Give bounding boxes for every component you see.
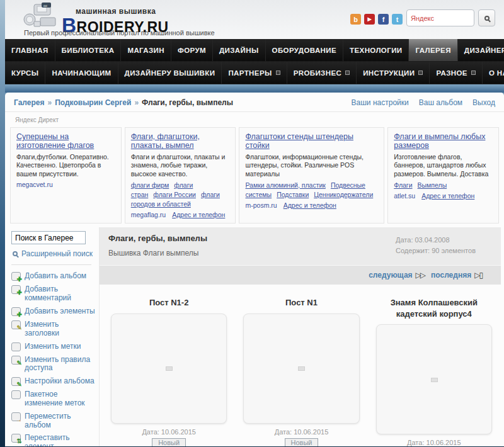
sidebar-edit-titles[interactable]: Изменить заголовки <box>11 320 95 338</box>
broken-image-icon <box>166 366 173 371</box>
nav-nachinayushchim[interactable]: НАЧИНАЮЩИМ <box>45 62 118 84</box>
ad-block: Флаги, флагштоки, плакаты, вымпел Флаги … <box>125 127 236 224</box>
svg-text:cc: cc <box>43 4 47 8</box>
yandex-search-button[interactable] <box>478 9 495 26</box>
site-tagline: Первый профессиональный портал по машинн… <box>24 29 215 37</box>
nav-dizayny[interactable]: ДИЗАЙНЫ <box>213 39 266 61</box>
sidebar-album-settings[interactable]: Настройки альбома <box>11 377 95 386</box>
ad-title-link[interactable]: Флагштоки стенды штендеры стойки <box>245 132 378 150</box>
nav-oborudovanie[interactable]: ОБОРУДОВАНИЕ <box>266 39 343 61</box>
decorative-strip <box>5 84 504 93</box>
facebook-icon[interactable]: f <box>378 14 389 25</box>
ad-sublink[interactable]: Подставки <box>277 191 309 198</box>
ad-sublink[interactable]: Ценникодержатели <box>314 191 373 198</box>
album-panel: Флаги, гербы, вымпелы Вышивка Флаги вымп… <box>100 227 504 446</box>
ad-title-link[interactable]: Флаги, флагштоки, плакаты, вымпел <box>131 132 230 150</box>
advanced-search-link[interactable]: Расширенный поиск <box>13 249 95 258</box>
gallery-search-input[interactable] <box>11 231 86 244</box>
page-header: cc машинная вышивка BROIDERY.RU Первый п… <box>5 0 504 39</box>
ad-block: Флаги и вымпелы любых размеров Изготовле… <box>387 127 499 224</box>
edit-tags-icon <box>11 342 21 351</box>
main-nav: ГЛАВНАЯ БИБЛИОТЕКА МАГАЗИН ФОРУМ ДИЗАЙНЫ… <box>5 39 504 84</box>
item-title[interactable]: Знамя Колпашевский кадетский корпус4 <box>372 297 496 319</box>
new-badge: Новый <box>285 438 319 446</box>
breadcrumb-current: Флаги, гербы, вымпелы <box>142 98 233 107</box>
sidebar-edit-tags[interactable]: Изменить метки <box>11 342 95 351</box>
album-count: Содержит: 90 элементов <box>396 246 476 256</box>
nav-biblioteka[interactable]: БИБЛИОТЕКА <box>55 39 122 61</box>
ad-sublink[interactable]: Флаги <box>394 181 412 189</box>
nav-magazin[interactable]: МАГАЗИН <box>121 39 171 61</box>
last-page-icon[interactable]: ▷▯ <box>474 271 482 280</box>
gallery-grid: Пост N1-2 Дата: 10.06.2015 Новый « опера… <box>100 285 501 446</box>
item-thumbnail[interactable] <box>376 324 492 434</box>
nav-probiznes[interactable]: PROБИЗНЕС <box>287 62 357 84</box>
nav-galereya[interactable]: ГАЛЕРЕЯ <box>409 39 457 61</box>
ad-body: Изготовление флагов, баннеров, штандарто… <box>394 153 493 179</box>
blogger-icon[interactable]: b <box>350 14 361 25</box>
nav-instruktsii[interactable]: ИНСТРУКЦИИ <box>357 62 430 84</box>
next-page-link[interactable]: следующая <box>369 271 412 280</box>
nav-dizaynery[interactable]: ДИЗАЙНЕРЫ <box>458 39 504 61</box>
ad-sublink[interactable]: флаги России <box>153 191 196 198</box>
ad-sublink[interactable]: Вымпелы <box>418 181 447 189</box>
breadcrumb-author[interactable]: Подковырин Сергей <box>55 98 131 107</box>
yandex-search <box>406 9 495 26</box>
nav-o-nas[interactable]: О НАС <box>483 62 504 84</box>
logo-machines-icon: cc <box>23 3 59 30</box>
sidebar-batch-tags[interactable]: Пакетное изменение меток <box>11 390 95 408</box>
dropdown-indicator-icon <box>345 71 350 75</box>
ad-title-link[interactable]: Суперцены на изготовление флагов <box>16 132 115 150</box>
sidebar-add-comment[interactable]: Добавить комментарий <box>11 285 95 303</box>
dropdown-indicator-icon <box>276 71 280 75</box>
sidebar-edit-permissions[interactable]: Изменить правила доступа <box>11 356 95 373</box>
sidebar-add-items[interactable]: Добавить элементы <box>11 307 95 316</box>
ad-domain: megacvet.ru <box>16 181 53 188</box>
nav-row-1: ГЛАВНАЯ БИБЛИОТЕКА МАГАЗИН ФОРУМ ДИЗАЙНЫ… <box>5 39 504 62</box>
twitter-icon[interactable]: t <box>392 14 403 25</box>
youtube-icon[interactable]: ▶ <box>364 14 375 25</box>
nav-forum[interactable]: ФОРУМ <box>171 39 213 61</box>
nav-row-2: КУРСЫ НАЧИНАЮЩИМ ДИЗАЙНЕРУ ВЫШИВКИ ПАРТН… <box>5 62 504 84</box>
add-comment-icon <box>11 285 21 294</box>
logout-link[interactable]: Выход <box>472 98 495 107</box>
item-title[interactable]: Пост N1 <box>239 297 363 308</box>
sidebar-move-album[interactable]: Переместить альбом <box>11 412 95 430</box>
yandex-search-input[interactable] <box>406 9 474 26</box>
ad-sublink[interactable]: Рамки алюминий, пластик <box>245 181 325 189</box>
add-album-icon <box>11 272 21 281</box>
ad-title-link[interactable]: Флаги и вымпелы любых размеров <box>394 132 493 150</box>
social-links: b ▶ f t <box>350 14 403 25</box>
item-title[interactable]: Пост N1-2 <box>107 297 231 308</box>
ad-body: Флагштоки, информационные стенды, штенде… <box>245 153 378 179</box>
nav-tekhnologii[interactable]: ТЕХНОЛОГИИ <box>343 39 409 61</box>
item-thumbnail[interactable] <box>111 314 227 424</box>
ad-contact-link[interactable]: Адрес и телефон <box>421 192 474 200</box>
batch-tags-icon <box>11 390 21 399</box>
last-page-link[interactable]: последняя <box>431 271 471 280</box>
yandex-direct-label: Яндекс Директ <box>5 112 504 125</box>
breadcrumb-galereya[interactable]: Галерея <box>14 98 44 107</box>
nav-partnery[interactable]: ПАРТНЕРЫ <box>222 62 287 84</box>
search-icon <box>484 16 490 21</box>
nav-glavnaya[interactable]: ГЛАВНАЯ <box>5 39 55 61</box>
next-page-icon[interactable]: ▷▷ <box>416 271 425 280</box>
user-settings-link[interactable]: Ваши настройки <box>352 98 409 107</box>
gallery-sidebar: Расширенный поиск Добавить альбом Добави… <box>5 227 100 446</box>
album-header: Флаги, гербы, вымпелы Вышивка Флаги вымп… <box>100 227 501 265</box>
site-wrapper: cc машинная вышивка BROIDERY.RU Первый п… <box>5 0 504 446</box>
nav-raznoe[interactable]: РАЗНОЕ <box>430 62 483 84</box>
nav-dizayneru-vyshivki[interactable]: ДИЗАЙНЕРУ ВЫШИВКИ <box>118 62 222 84</box>
album-date: Дата: 03.04.2008 <box>396 235 476 246</box>
ad-sublink[interactable]: флаги фирм <box>131 181 169 189</box>
item-thumbnail[interactable] <box>243 314 359 424</box>
ad-domain: m-posm.ru <box>245 201 277 209</box>
nav-kursy[interactable]: КУРСЫ <box>5 62 45 84</box>
new-badge: Новый <box>152 438 186 446</box>
breadcrumb-bar: Галерея»Подковырин Сергей»Флаги, гербы, … <box>5 93 504 112</box>
ad-contact-link[interactable]: Адрес и телефон <box>172 211 225 218</box>
ad-contact-link[interactable]: Адрес и телефон <box>284 201 336 209</box>
sidebar-reorder-item[interactable]: Переставить элемент <box>11 434 95 446</box>
user-album-link[interactable]: Ваш альбом <box>419 98 462 107</box>
sidebar-add-album[interactable]: Добавить альбом <box>11 272 95 281</box>
